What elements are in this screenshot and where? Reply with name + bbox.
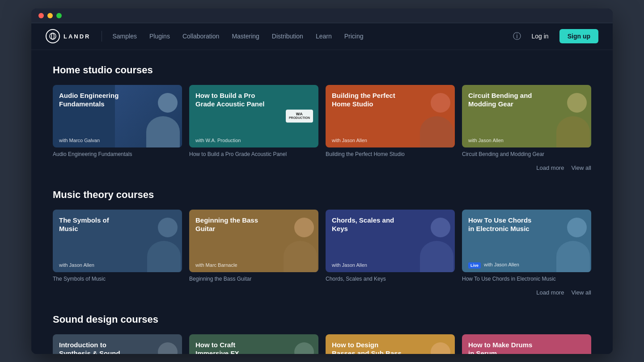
course-card-bass-guitar[interactable]: Beginning the Bass Guitar with Marc Barn… xyxy=(189,210,318,282)
course-thumbnail-audio-engineering: Audio Engineering Fundamentals with Marc… xyxy=(53,85,182,147)
course-thumbnail: Beginning the Bass Guitar with Marc Barn… xyxy=(189,210,318,272)
nav-mastering[interactable]: Mastering xyxy=(232,33,259,40)
section-title-music-theory: Music theory courses xyxy=(53,189,591,201)
main-content: Home studio courses Audio Engineering Fu… xyxy=(31,50,613,354)
svg-point-0 xyxy=(50,33,56,39)
course-card-title: How to Design Basses and Sub Bass xyxy=(332,341,402,354)
load-more-music-theory[interactable]: Load more xyxy=(536,289,564,296)
courses-grid-sound-design: Introduction to Synthesis & Sound Design… xyxy=(53,334,591,354)
course-card-symbols-of-music[interactable]: The Symbols of Music with Jason Allen Th… xyxy=(53,210,182,282)
section-footer-home-studio: Load more View all xyxy=(53,164,591,171)
course-card-title: How to Craft Immersive FX Sounds xyxy=(195,341,266,354)
course-caption: Beginning the Bass Guitar xyxy=(189,276,318,282)
course-caption: Chords, Scales and Keys xyxy=(326,276,455,282)
nav-pricing[interactable]: Pricing xyxy=(344,33,364,40)
course-thumbnail: How to Design Basses and Sub Bass Live w… xyxy=(326,334,455,354)
course-caption: Building the Perfect Home Studio xyxy=(326,151,455,157)
nav-actions: ⓘ Log in Sign up xyxy=(513,29,598,43)
load-more-home-studio[interactable]: Load more xyxy=(536,164,564,171)
course-card-title: How To Use Chords in Electronic Music xyxy=(468,216,538,233)
section-footer-music-theory: Load more View all xyxy=(53,289,591,296)
course-card-title: Circuit Bending and Modding Gear xyxy=(468,91,538,109)
instructor-tag: with Jason Allen xyxy=(59,262,94,268)
course-thumbnail: The Symbols of Music with Jason Allen xyxy=(53,210,182,272)
course-thumbnail: Introduction to Synthesis & Sound Design… xyxy=(53,334,182,354)
course-card-synthesis[interactable]: Introduction to Synthesis & Sound Design… xyxy=(53,334,182,354)
nav-learn[interactable]: Learn xyxy=(316,33,332,40)
live-badge: Live xyxy=(468,262,481,269)
nav-collaboration[interactable]: Collaboration xyxy=(182,33,220,40)
course-card-title: Chords, Scales and Keys xyxy=(332,216,402,233)
instructor-tag: with Jason Allen xyxy=(332,262,367,268)
nav-samples[interactable]: Samples xyxy=(113,33,137,40)
course-card-acoustic-panel[interactable]: How to Build a Pro Grade Acoustic Panel … xyxy=(189,85,318,157)
navbar: LANDR Samples Plugins Collaboration Mast… xyxy=(31,23,613,50)
course-caption: Circuit Bending and Modding Gear xyxy=(462,151,591,157)
instructor-tag: with Jason Allen xyxy=(468,138,504,143)
course-caption: Audio Engineering Fundamentals xyxy=(53,151,182,157)
course-card-chords-scales[interactable]: Chords, Scales and Keys with Jason Allen… xyxy=(326,210,455,282)
course-thumbnail: Chords, Scales and Keys with Jason Allen xyxy=(326,210,455,272)
course-card-title: Audio Engineering Fundamentals xyxy=(59,91,129,109)
logo-icon xyxy=(46,29,60,43)
course-thumbnail: How To Use Chords in Electronic Music Li… xyxy=(462,210,591,272)
section-sound-design: Sound design courses Introduction to Syn… xyxy=(53,314,591,354)
instructor-tag: with Marco Galvan xyxy=(59,138,100,143)
course-card-title: Introduction to Synthesis & Sound Design xyxy=(59,341,129,354)
nav-distribution[interactable]: Distribution xyxy=(272,33,303,40)
nav-links: Samples Plugins Collaboration Mastering … xyxy=(113,33,513,40)
login-button[interactable]: Log in xyxy=(526,30,554,42)
instructor-tag: Live with Jason Allen xyxy=(468,262,519,267)
course-card-chords-electronic[interactable]: How To Use Chords in Electronic Music Li… xyxy=(462,210,591,282)
section-music-theory: Music theory courses The Symbols of Musi… xyxy=(53,189,591,296)
course-card-title: The Symbols of Music xyxy=(59,216,129,233)
course-caption: How To Use Chords in Electronic Music xyxy=(462,276,591,282)
course-thumbnail: How to Make Drums in Serum Live with W.A… xyxy=(462,334,591,354)
courses-grid-home-studio: Audio Engineering Fundamentals with Marc… xyxy=(53,85,591,157)
section-home-studio: Home studio courses Audio Engineering Fu… xyxy=(53,64,591,171)
section-title-sound-design: Sound design courses xyxy=(53,314,591,325)
signup-button[interactable]: Sign up xyxy=(559,29,598,43)
course-card-immersive-fx[interactable]: How to Craft Immersive FX Sounds Live wi… xyxy=(189,334,318,354)
instructor-tag: with Marc Barnacle xyxy=(195,262,237,268)
logo[interactable]: LANDR xyxy=(46,29,91,43)
course-thumbnail-home-studio: Building the Perfect Home Studio with Ja… xyxy=(326,85,455,147)
nav-plugins[interactable]: Plugins xyxy=(149,33,170,40)
info-icon[interactable]: ⓘ xyxy=(513,31,521,42)
instructor-tag: with Jason Allen xyxy=(332,138,367,143)
course-thumbnail-circuit-bending: Circuit Bending and Modding Gear with Ja… xyxy=(462,85,591,147)
course-card-audio-engineering[interactable]: Audio Engineering Fundamentals with Marc… xyxy=(53,85,182,157)
course-thumbnail-acoustic-panel: How to Build a Pro Grade Acoustic Panel … xyxy=(189,85,318,147)
view-all-home-studio[interactable]: View all xyxy=(571,164,591,171)
section-title-home-studio: Home studio courses xyxy=(53,64,591,76)
view-all-music-theory[interactable]: View all xyxy=(571,289,591,296)
courses-grid-music-theory: The Symbols of Music with Jason Allen Th… xyxy=(53,210,591,282)
svg-point-1 xyxy=(51,33,54,39)
course-caption: The Symbols of Music xyxy=(53,276,182,282)
course-caption: How to Build a Pro Grade Acoustic Panel xyxy=(189,151,318,157)
instructor-tag: with W.A. Production xyxy=(195,138,241,143)
nav-divider xyxy=(102,31,102,42)
course-card-title: How to Build a Pro Grade Acoustic Panel xyxy=(195,91,266,109)
logo-text: LANDR xyxy=(64,33,91,40)
course-card-home-studio[interactable]: Building the Perfect Home Studio with Ja… xyxy=(326,85,455,157)
course-card-title: Building the Perfect Home Studio xyxy=(332,91,402,109)
course-card-basses[interactable]: How to Design Basses and Sub Bass Live w… xyxy=(326,334,455,354)
course-thumbnail: How to Craft Immersive FX Sounds Live wi… xyxy=(189,334,318,354)
course-card-title: How to Make Drums in Serum xyxy=(468,341,538,354)
course-card-drums-serum[interactable]: How to Make Drums in Serum Live with W.A… xyxy=(462,334,591,354)
course-card-title: Beginning the Bass Guitar xyxy=(195,216,266,233)
course-card-circuit-bending[interactable]: Circuit Bending and Modding Gear with Ja… xyxy=(462,85,591,157)
